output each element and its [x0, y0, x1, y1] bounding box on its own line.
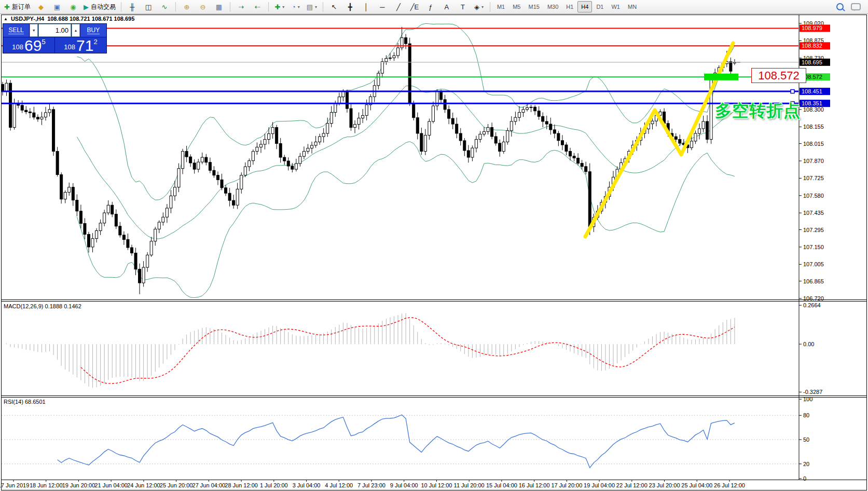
candle-body — [545, 121, 548, 124]
support-highlight-bar[interactable] — [704, 74, 738, 80]
volume-decrease-button[interactable]: ▼ — [30, 24, 38, 37]
volume-increase-button[interactable]: ▲ — [72, 24, 80, 37]
candle-body — [334, 103, 337, 112]
cursor-tool-button[interactable]: ↖ — [326, 1, 342, 13]
zoom-out-button[interactable]: ⊖ — [195, 1, 211, 13]
zoom-in-button[interactable]: ⊕ — [179, 1, 195, 13]
chart-canvas[interactable]: 109.020108.875108.730108.300108.155108.0… — [0, 0, 868, 491]
candle-body — [553, 130, 556, 133]
auto-scroll-icon: ⇢ — [238, 4, 244, 10]
candle-body — [307, 148, 309, 152]
chevron-down-icon: ▾ — [315, 5, 317, 9]
candle-body — [68, 187, 71, 193]
trendline-tool-button[interactable]: ╱ — [391, 1, 406, 13]
clock-icon: ◔ — [292, 4, 296, 10]
line-handle[interactable] — [791, 90, 794, 93]
tab-timeframe-w1[interactable]: W1 — [608, 1, 624, 12]
tab-timeframe-h1[interactable]: H1 — [562, 1, 577, 12]
candle-body — [463, 141, 466, 151]
price-marker-label: 108.695 — [802, 59, 822, 65]
horizontal-line-tool-button[interactable]: ─ — [375, 1, 390, 13]
candle-body — [502, 142, 505, 151]
toolbar-separator — [490, 2, 490, 12]
templates-button[interactable]: ▤▾ — [304, 1, 320, 13]
candle-body — [259, 144, 262, 147]
fibonacci-tool-button[interactable]: ƒ — [423, 1, 438, 13]
candle-body — [256, 147, 258, 151]
tab-timeframe-m30[interactable]: M30 — [544, 1, 562, 12]
time-tick-label: 23 Jul 20:00 — [649, 482, 680, 488]
buy-button[interactable]: BUY — [80, 24, 106, 37]
sell-button-label: SELL — [8, 27, 23, 34]
panel-separator[interactable] — [1, 397, 867, 398]
collapse-triangle-icon[interactable]: ▲ — [4, 17, 8, 21]
chevron-down-icon: ▾ — [298, 5, 300, 9]
candle-body — [29, 112, 31, 113]
panel-separator[interactable] — [1, 301, 867, 302]
sell-button[interactable]: SELL — [3, 24, 29, 37]
vertical-line-icon: │ — [364, 4, 368, 10]
candle-body — [91, 239, 94, 247]
bar-chart-mode-button[interactable]: ╫ — [125, 1, 140, 13]
turning-point-annotation[interactable]: 多空转折点 — [715, 100, 801, 122]
text-label-tool-button[interactable]: T — [455, 1, 471, 13]
auto-scroll-button[interactable]: ⇢ — [233, 1, 249, 13]
tab-timeframe-m1[interactable]: M1 — [493, 1, 508, 12]
toolbar-separator — [323, 2, 323, 12]
text-tool-button[interactable]: A — [439, 1, 454, 13]
community-icon: ▣ — [54, 4, 60, 10]
arrows-tool-button[interactable]: ◈▾ — [471, 1, 487, 13]
chart-shift-button[interactable]: ⇠ — [250, 1, 265, 13]
candle-body — [585, 167, 587, 172]
line-chart-mode-button[interactable]: ∿ — [157, 1, 172, 13]
crosshair-tool-button[interactable]: ╋ — [342, 1, 358, 13]
candle-body — [225, 188, 227, 193]
candle-body — [408, 44, 411, 103]
tab-timeframe-m5[interactable]: M5 — [509, 1, 524, 12]
quotes-pointer-button[interactable]: ◆ — [33, 1, 49, 13]
tab-timeframe-d1[interactable]: D1 — [593, 1, 607, 12]
candle-body — [56, 152, 59, 175]
signals-button[interactable]: ◉ — [65, 1, 81, 13]
arrows-icon: ◈ — [474, 4, 479, 10]
new-order-button[interactable]: ✚新订单 — [2, 1, 33, 13]
macd-indicator-label: MACD(12,26,9) 0.1888 0.1462 — [4, 303, 81, 309]
candle-body — [2, 85, 4, 92]
chat-icon[interactable] — [851, 3, 861, 10]
tab-timeframe-h4[interactable]: H4 — [577, 1, 592, 12]
tile-windows-button[interactable]: ▦ — [211, 1, 227, 13]
equidistant-channel-tool-button[interactable]: ╱E — [407, 1, 422, 13]
candle-body — [319, 137, 321, 142]
toolbar-separator — [268, 2, 269, 12]
volume-input[interactable] — [38, 24, 71, 37]
panel-separator[interactable] — [1, 299, 867, 300]
candle-body — [9, 83, 12, 127]
time-tick-label: 21 Jun 04:00 — [94, 482, 128, 488]
candle-body — [197, 162, 200, 169]
autotrading-button[interactable]: ▶自动交易 — [81, 1, 118, 13]
tab-timeframe-m15[interactable]: M15 — [525, 1, 543, 12]
search-icon[interactable] — [836, 3, 844, 10]
candle-body — [440, 91, 443, 100]
tab-timeframe-mn[interactable]: MN — [624, 1, 640, 12]
sell-price[interactable]: 108695 — [3, 37, 54, 53]
candle-body — [487, 127, 489, 131]
panel-separator[interactable] — [1, 395, 867, 396]
buy-price[interactable]: 108712 — [55, 37, 106, 53]
candle-body — [302, 152, 305, 157]
candlestick-mode-button[interactable]: ◫ — [141, 1, 156, 13]
candle-body — [193, 163, 196, 169]
rsi-tick-label: 0 — [803, 475, 806, 482]
main-toolbar: ✚新订单◆▣◉▶自动交易╫◫∿⊕⊖▦⇢⇠✚▾◔▾▤▾↖╋│─╱╱EƒAT◈▾M1… — [0, 0, 868, 14]
mql-community-button[interactable]: ▣ — [49, 1, 65, 13]
candle-body — [479, 134, 481, 139]
vertical-line-tool-button[interactable]: │ — [359, 1, 374, 13]
candle-body — [107, 205, 109, 213]
candle-body — [538, 111, 540, 117]
candle-body — [424, 135, 426, 152]
price-marker-label: 108.351 — [802, 100, 822, 106]
add-indicator-button[interactable]: ✚▾ — [272, 1, 287, 13]
periods-button[interactable]: ◔▾ — [288, 1, 304, 13]
candle-body — [416, 118, 419, 133]
price-tag-108572[interactable]: 108.572 — [751, 68, 806, 83]
